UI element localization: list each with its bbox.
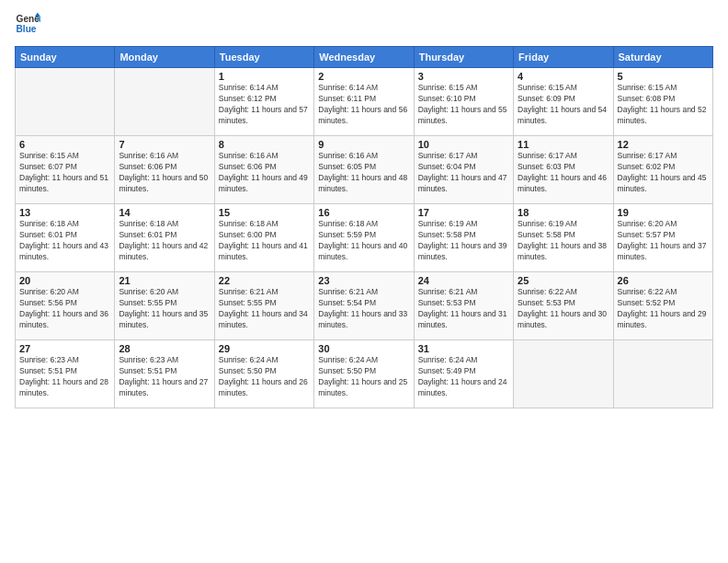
weekday-header-friday: Friday [514, 47, 613, 68]
day-info: Sunrise: 6:15 AM Sunset: 6:07 PM Dayligh… [19, 151, 110, 195]
day-info: Sunrise: 6:21 AM Sunset: 5:55 PM Dayligh… [219, 287, 310, 331]
day-number: 26 [618, 275, 709, 286]
weekday-header-saturday: Saturday [613, 47, 712, 68]
calendar-cell: 17Sunrise: 6:19 AM Sunset: 5:58 PM Dayli… [414, 204, 513, 272]
day-number: 27 [19, 343, 110, 354]
calendar-cell: 18Sunrise: 6:19 AM Sunset: 5:58 PM Dayli… [514, 204, 613, 272]
calendar-cell: 11Sunrise: 6:17 AM Sunset: 6:03 PM Dayli… [514, 136, 613, 204]
day-number: 13 [19, 207, 110, 218]
day-info: Sunrise: 6:14 AM Sunset: 6:11 PM Dayligh… [318, 83, 409, 127]
calendar-cell [16, 68, 115, 136]
week-row-3: 13Sunrise: 6:18 AM Sunset: 6:01 PM Dayli… [16, 204, 713, 272]
calendar-body: 1Sunrise: 6:14 AM Sunset: 6:12 PM Daylig… [16, 68, 713, 408]
weekday-header-sunday: Sunday [16, 47, 115, 68]
calendar-cell: 27Sunrise: 6:23 AM Sunset: 5:51 PM Dayli… [16, 340, 115, 408]
day-info: Sunrise: 6:18 AM Sunset: 6:01 PM Dayligh… [19, 219, 110, 263]
day-info: Sunrise: 6:23 AM Sunset: 5:51 PM Dayligh… [119, 355, 210, 399]
calendar-cell: 16Sunrise: 6:18 AM Sunset: 5:59 PM Dayli… [314, 204, 414, 272]
day-number: 23 [318, 275, 409, 286]
calendar-cell: 1Sunrise: 6:14 AM Sunset: 6:12 PM Daylig… [214, 68, 313, 136]
day-number: 2 [318, 71, 409, 82]
day-info: Sunrise: 6:24 AM Sunset: 5:50 PM Dayligh… [219, 355, 310, 399]
calendar-cell: 9Sunrise: 6:16 AM Sunset: 6:05 PM Daylig… [314, 136, 414, 204]
day-info: Sunrise: 6:16 AM Sunset: 6:06 PM Dayligh… [119, 151, 210, 195]
day-number: 21 [119, 275, 210, 286]
day-number: 28 [119, 343, 210, 354]
day-number: 25 [518, 275, 609, 286]
calendar-table: SundayMondayTuesdayWednesdayThursdayFrid… [15, 46, 713, 408]
day-info: Sunrise: 6:24 AM Sunset: 5:49 PM Dayligh… [418, 355, 509, 399]
day-info: Sunrise: 6:19 AM Sunset: 5:58 PM Dayligh… [518, 219, 609, 263]
day-number: 30 [318, 343, 409, 354]
calendar-cell: 10Sunrise: 6:17 AM Sunset: 6:04 PM Dayli… [414, 136, 513, 204]
day-info: Sunrise: 6:15 AM Sunset: 6:10 PM Dayligh… [418, 83, 509, 127]
svg-text:Blue: Blue [17, 24, 37, 34]
day-info: Sunrise: 6:20 AM Sunset: 5:55 PM Dayligh… [119, 287, 210, 331]
calendar-cell: 31Sunrise: 6:24 AM Sunset: 5:49 PM Dayli… [414, 340, 513, 408]
week-row-4: 20Sunrise: 6:20 AM Sunset: 5:56 PM Dayli… [16, 272, 713, 340]
day-number: 17 [418, 207, 509, 218]
day-info: Sunrise: 6:14 AM Sunset: 6:12 PM Dayligh… [219, 83, 310, 127]
calendar-cell: 29Sunrise: 6:24 AM Sunset: 5:50 PM Dayli… [214, 340, 313, 408]
day-info: Sunrise: 6:19 AM Sunset: 5:58 PM Dayligh… [418, 219, 509, 263]
day-number: 9 [318, 139, 409, 150]
day-number: 4 [518, 71, 609, 82]
weekday-header-thursday: Thursday [414, 47, 513, 68]
day-number: 22 [219, 275, 310, 286]
day-info: Sunrise: 6:18 AM Sunset: 6:01 PM Dayligh… [119, 219, 210, 263]
day-info: Sunrise: 6:21 AM Sunset: 5:54 PM Dayligh… [318, 287, 409, 331]
calendar-cell: 23Sunrise: 6:21 AM Sunset: 5:54 PM Dayli… [314, 272, 414, 340]
day-number: 10 [418, 139, 509, 150]
logo-icon: General Blue [15, 11, 40, 37]
calendar-cell: 19Sunrise: 6:20 AM Sunset: 5:57 PM Dayli… [613, 204, 712, 272]
calendar-cell: 15Sunrise: 6:18 AM Sunset: 6:00 PM Dayli… [214, 204, 313, 272]
weekday-header-tuesday: Tuesday [214, 47, 313, 68]
day-info: Sunrise: 6:22 AM Sunset: 5:53 PM Dayligh… [518, 287, 609, 331]
calendar-cell: 8Sunrise: 6:16 AM Sunset: 6:06 PM Daylig… [214, 136, 313, 204]
calendar-cell [613, 340, 712, 408]
day-number: 20 [19, 275, 110, 286]
day-number: 12 [618, 139, 709, 150]
week-row-2: 6Sunrise: 6:15 AM Sunset: 6:07 PM Daylig… [16, 136, 713, 204]
calendar-cell: 2Sunrise: 6:14 AM Sunset: 6:11 PM Daylig… [314, 68, 414, 136]
weekday-header-wednesday: Wednesday [314, 47, 414, 68]
calendar-cell: 20Sunrise: 6:20 AM Sunset: 5:56 PM Dayli… [16, 272, 115, 340]
day-number: 8 [219, 139, 310, 150]
day-number: 19 [618, 207, 709, 218]
calendar-cell: 26Sunrise: 6:22 AM Sunset: 5:52 PM Dayli… [613, 272, 712, 340]
page-container: General Blue SundayMondayTuesdayWednesda… [0, 0, 728, 416]
calendar-cell: 28Sunrise: 6:23 AM Sunset: 5:51 PM Dayli… [115, 340, 214, 408]
day-info: Sunrise: 6:20 AM Sunset: 5:57 PM Dayligh… [618, 219, 709, 263]
day-number: 24 [418, 275, 509, 286]
calendar-cell: 21Sunrise: 6:20 AM Sunset: 5:55 PM Dayli… [115, 272, 214, 340]
calendar-cell: 12Sunrise: 6:17 AM Sunset: 6:02 PM Dayli… [613, 136, 712, 204]
calendar-cell: 6Sunrise: 6:15 AM Sunset: 6:07 PM Daylig… [16, 136, 115, 204]
day-number: 7 [119, 139, 210, 150]
day-number: 31 [418, 343, 509, 354]
day-info: Sunrise: 6:16 AM Sunset: 6:06 PM Dayligh… [219, 151, 310, 195]
calendar-cell: 3Sunrise: 6:15 AM Sunset: 6:10 PM Daylig… [414, 68, 513, 136]
day-number: 16 [318, 207, 409, 218]
day-number: 15 [219, 207, 310, 218]
day-info: Sunrise: 6:15 AM Sunset: 6:09 PM Dayligh… [518, 83, 609, 127]
day-number: 11 [518, 139, 609, 150]
day-number: 1 [219, 71, 310, 82]
day-number: 6 [19, 139, 110, 150]
weekday-header-monday: Monday [115, 47, 214, 68]
day-number: 5 [618, 71, 709, 82]
calendar-cell: 30Sunrise: 6:24 AM Sunset: 5:50 PM Dayli… [314, 340, 414, 408]
calendar-cell: 25Sunrise: 6:22 AM Sunset: 5:53 PM Dayli… [514, 272, 613, 340]
day-number: 3 [418, 71, 509, 82]
calendar-cell [115, 68, 214, 136]
day-info: Sunrise: 6:17 AM Sunset: 6:02 PM Dayligh… [618, 151, 709, 195]
calendar-cell: 24Sunrise: 6:21 AM Sunset: 5:53 PM Dayli… [414, 272, 513, 340]
weekday-header-row: SundayMondayTuesdayWednesdayThursdayFrid… [16, 47, 713, 68]
day-info: Sunrise: 6:17 AM Sunset: 6:04 PM Dayligh… [418, 151, 509, 195]
day-info: Sunrise: 6:16 AM Sunset: 6:05 PM Dayligh… [318, 151, 409, 195]
calendar-cell: 7Sunrise: 6:16 AM Sunset: 6:06 PM Daylig… [115, 136, 214, 204]
week-row-5: 27Sunrise: 6:23 AM Sunset: 5:51 PM Dayli… [16, 340, 713, 408]
day-info: Sunrise: 6:24 AM Sunset: 5:50 PM Dayligh… [318, 355, 409, 399]
calendar-cell: 5Sunrise: 6:15 AM Sunset: 6:08 PM Daylig… [613, 68, 712, 136]
week-row-1: 1Sunrise: 6:14 AM Sunset: 6:12 PM Daylig… [16, 68, 713, 136]
day-info: Sunrise: 6:17 AM Sunset: 6:03 PM Dayligh… [518, 151, 609, 195]
